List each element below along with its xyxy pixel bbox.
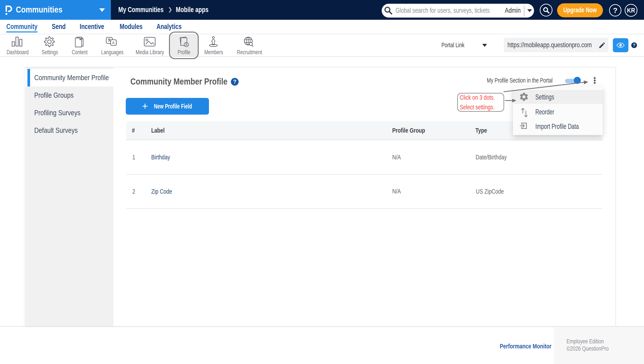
svg-text:A: A xyxy=(112,41,114,45)
